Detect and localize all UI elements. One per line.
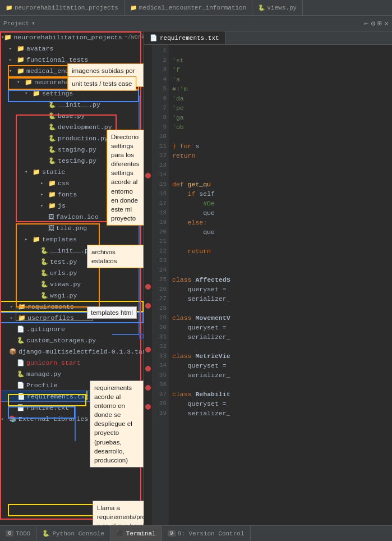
tree-avatars[interactable]: ▸ 📁 avatars bbox=[0, 43, 144, 54]
root-label: neurorehabilitation_projects bbox=[13, 34, 122, 41]
tree-tile-png[interactable]: 🖼 tile.png bbox=[0, 222, 144, 233]
folder-icon: 📁 bbox=[17, 56, 25, 63]
py-icon: 🐍 bbox=[48, 123, 56, 131]
functional-tests-label: functional_tests bbox=[26, 56, 88, 63]
py-icon: 🐍 bbox=[48, 135, 56, 142]
tree-gitignore[interactable]: 📄 .gitignore bbox=[0, 323, 144, 334]
bottom-tab-terminal[interactable]: ⬛ Terminal bbox=[110, 526, 162, 541]
code-line-4: 'a bbox=[172, 75, 392, 84]
folder-icon: 📁 bbox=[6, 4, 12, 11]
tree-medical[interactable]: ▾ 📁 medical_encounter_information bbox=[0, 65, 144, 76]
tree-procfile[interactable]: 📄 Procfile bbox=[0, 379, 144, 391]
arrow-down: ▾ bbox=[9, 68, 17, 74]
file-icon: 📄 bbox=[17, 382, 25, 389]
folder-icon: 📁 bbox=[18, 314, 26, 322]
line-numbers: 12345 678910 1112131415 1617181920 21222… bbox=[152, 45, 169, 525]
development-py-label: development.py bbox=[58, 123, 112, 131]
tab-medical[interactable]: 📁 medical_encounter_information bbox=[124, 0, 252, 15]
tab-neurorehabilitation[interactable]: 📁 neurorehabilitation_projects bbox=[0, 0, 124, 15]
tree-functional-tests[interactable]: ▸ 📁 functional_tests bbox=[0, 54, 144, 65]
arrow-right: ▸ bbox=[10, 315, 18, 321]
bottom-tab-todo[interactable]: 6 TODO bbox=[0, 526, 36, 541]
file-tree: ▾ 📁 neurorehabilitation_projects ~/works… bbox=[0, 31, 144, 525]
tree-runtime-txt[interactable]: 📄 runtime.txt bbox=[0, 402, 144, 413]
file-icon: 📄 bbox=[17, 325, 25, 333]
tree-requirements-txt[interactable]: 📄 requirements.txt bbox=[0, 391, 144, 402]
tree-fonts[interactable]: ▸ 📁 fonts bbox=[0, 189, 144, 200]
tree-neurorehabilitation[interactable]: ▾ 📁 neurorehabilitation bbox=[0, 76, 144, 88]
gunicorn-label: gunicorn_start bbox=[26, 359, 81, 366]
tree-wsgi-py[interactable]: 🐍 wsgi.py bbox=[0, 290, 144, 301]
code-line-36 bbox=[172, 380, 392, 389]
settings-icon[interactable]: ⚙ bbox=[371, 19, 376, 28]
tree-custom-storages[interactable]: 🐍 custom_storages.py bbox=[0, 334, 144, 346]
tree-static[interactable]: ▾ 📁 static bbox=[0, 166, 144, 177]
tree-manage-py[interactable]: 🐍 manage.py bbox=[0, 368, 144, 379]
tree-favicon[interactable]: 🖼 favicon.ico bbox=[0, 211, 144, 222]
folder-icon: 📁 bbox=[33, 168, 40, 176]
tree-urls-py[interactable]: 🐍 urls.py bbox=[0, 267, 144, 278]
tab-label: neurorehabilitation_projects bbox=[15, 4, 118, 11]
tree-development-py[interactable]: 🐍 development.py bbox=[0, 121, 144, 132]
py-icon: 🐍 bbox=[48, 112, 56, 120]
tab-views-py[interactable]: 🐍 views.py bbox=[252, 0, 303, 15]
tree-external-libs[interactable]: ▸ 📚 External Libraries bbox=[0, 413, 144, 424]
terminal-label: Terminal bbox=[126, 530, 156, 537]
tree-staging-py[interactable]: 🐍 staging.py bbox=[0, 144, 144, 155]
userprofiles-label: userprofiles bbox=[27, 314, 74, 322]
folder-icon: 📁 bbox=[48, 202, 56, 209]
app-init-label: __init__.py bbox=[50, 247, 93, 254]
fonts-label: fonts bbox=[58, 191, 77, 198]
project-label-text: Project bbox=[3, 20, 29, 27]
todo-num: 6 bbox=[6, 530, 13, 537]
bottom-tab-python-console[interactable]: 🐍 Python Console bbox=[36, 526, 110, 541]
tree-production-py[interactable]: 🐍 production.py bbox=[0, 132, 144, 144]
templates-label: templates bbox=[42, 236, 77, 243]
file-icon: 📦 bbox=[9, 348, 17, 355]
folder-icon: 📁 bbox=[17, 67, 25, 75]
tree-django-multi[interactable]: 📦 django-multiselectfield-0.1.3.tar.gz bbox=[0, 346, 144, 357]
close-icon[interactable]: ✕ bbox=[384, 19, 389, 28]
tree-css[interactable]: ▸ 📁 css bbox=[0, 177, 144, 189]
breakpoint-3 bbox=[145, 303, 151, 309]
manage-py-label: manage.py bbox=[26, 370, 61, 378]
py-icon: 🐍 bbox=[48, 146, 56, 153]
tree-requirements[interactable]: ▸ 📁 requirements bbox=[0, 301, 144, 312]
breakpoint-7 bbox=[145, 404, 151, 410]
tree-app-init[interactable]: 🐍 __init__.py bbox=[0, 245, 144, 256]
libs-icon: 📚 bbox=[9, 415, 17, 423]
code-line-39: serializer_ bbox=[172, 409, 392, 418]
tree-settings[interactable]: ▾ 📁 settings bbox=[0, 88, 144, 99]
code-tab-requirements[interactable]: 📄 requirements.txt bbox=[144, 31, 225, 44]
tree-js[interactable]: ▸ 📁 js bbox=[0, 200, 144, 211]
code-content[interactable]: 'st 'f 'a #!'m 'da 'pe 'ga 'ob } for s r… bbox=[169, 45, 392, 525]
bottom-tab-version-control[interactable]: 9 9: Version Control bbox=[162, 526, 251, 541]
tree-settings-init[interactable]: 🐍 __init__.py bbox=[0, 99, 144, 110]
procfile-label: Procfile bbox=[26, 382, 57, 389]
tree-test-py[interactable]: 🐍 test.py bbox=[0, 256, 144, 267]
arrow-right: ▸ bbox=[9, 57, 17, 63]
version-control-label: 9: Version Control bbox=[178, 530, 245, 537]
tree-templates[interactable]: ▸ 📁 templates bbox=[0, 233, 144, 245]
code-line-37: class Rehabilit bbox=[172, 389, 392, 399]
tree-views-py[interactable]: 🐍 views.py bbox=[0, 278, 144, 290]
grid-icon[interactable]: ⊞ bbox=[377, 19, 382, 28]
breakpoint-4 bbox=[145, 347, 151, 352]
main-tab-bar: 📁 neurorehabilitation_projects 📁 medical… bbox=[0, 0, 392, 16]
arrow-right: ▸ bbox=[9, 45, 17, 52]
tree-root[interactable]: ▾ 📁 neurorehabilitation_projects ~/works… bbox=[0, 31, 144, 43]
tree-testing-py[interactable]: 🐍 testing.py bbox=[0, 155, 144, 166]
tree-gunicorn-start[interactable]: 📄 gunicorn_start bbox=[0, 357, 144, 368]
code-line-38: queryset = bbox=[172, 399, 392, 409]
code-line-19: else: bbox=[172, 218, 392, 227]
js-label: js bbox=[58, 202, 66, 209]
collapse-icon[interactable]: ⇤ bbox=[365, 19, 369, 28]
favicon-label: favicon.ico bbox=[56, 213, 99, 221]
tree-base-py[interactable]: 🐍 base.py bbox=[0, 110, 144, 121]
arrow-right: ▸ bbox=[40, 203, 48, 209]
folder-icon: 📁 bbox=[4, 34, 12, 41]
dropdown-arrow[interactable]: ▾ bbox=[31, 20, 35, 27]
code-line-13 bbox=[172, 161, 392, 170]
tree-userprofiles[interactable]: ▸ 📁 userprofiles bbox=[0, 312, 144, 323]
python-console-label: Python Console bbox=[52, 530, 104, 537]
